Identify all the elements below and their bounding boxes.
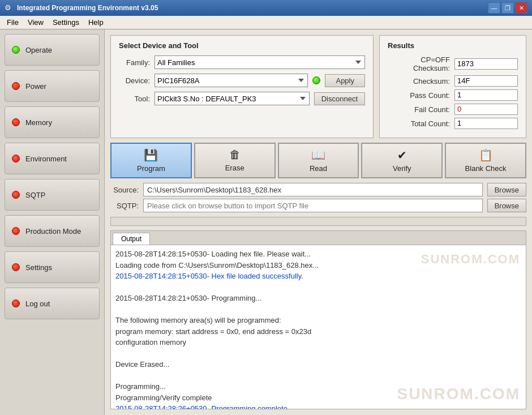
- app-title: Integrated Programming Environment v3.05: [17, 4, 488, 12]
- action-button-verify[interactable]: ✔Verify: [361, 143, 443, 178]
- window-controls: — ❐ ✕: [488, 2, 527, 14]
- output-tab[interactable]: Output: [113, 233, 150, 245]
- horizontal-scrollbar[interactable]: [110, 217, 526, 226]
- sidebar: OperatePowerMemoryEnvironmentSQTPProduct…: [0, 29, 105, 415]
- sidebar-label-settings: Settings: [25, 263, 52, 272]
- tool-select[interactable]: PICkit3 S.No : DEFAULT_PK3: [155, 92, 310, 105]
- sidebar-item-environment[interactable]: Environment: [5, 143, 100, 174]
- sidebar-label-log-out: Log out: [25, 300, 50, 308]
- family-label: Family:: [119, 58, 150, 67]
- sidebar-label-environment: Environment: [25, 155, 67, 163]
- sidebar-item-log-out[interactable]: Log out: [5, 288, 100, 319]
- app-icon: ⚙: [5, 3, 14, 12]
- output-line: [115, 348, 521, 360]
- results-rows: CP=OFF Checksum:1873Checksum:14FPass Cou…: [388, 55, 518, 129]
- source-input[interactable]: [143, 183, 483, 196]
- device-panel: Select Device and Tool Family: All Famil…: [110, 35, 374, 138]
- sqtp-label: SQTP:: [110, 202, 139, 210]
- result-label: CP=OFF Checksum:: [388, 55, 450, 72]
- menu-settings[interactable]: Settings: [48, 17, 84, 28]
- output-section: Output SUNROM.COM 2015-08-28T14:28:15+05…: [110, 230, 526, 409]
- result-row: Fail Count:0: [388, 104, 518, 115]
- menu-help[interactable]: Help: [84, 17, 108, 28]
- sidebar-dot-environment: [12, 155, 20, 162]
- output-line: Loading code from C:\Users\Sunrom\Deskto…: [115, 260, 521, 271]
- result-label: Checksum:: [388, 77, 450, 85]
- results-panel: Results CP=OFF Checksum:1873Checksum:14F…: [379, 35, 526, 138]
- sidebar-dot-log-out: [12, 300, 20, 307]
- device-label: Device:: [119, 76, 150, 85]
- action-icon-erase: 🗑: [229, 148, 241, 161]
- action-button-erase[interactable]: 🗑Erase: [194, 143, 276, 178]
- restore-button[interactable]: ❐: [501, 2, 514, 14]
- close-button[interactable]: ✕: [515, 2, 527, 14]
- output-line: Programming...: [115, 381, 521, 392]
- sidebar-label-power: Power: [25, 82, 46, 91]
- result-row: CP=OFF Checksum:1873: [388, 55, 518, 72]
- sidebar-dot-production-mode: [12, 227, 20, 235]
- output-line: The following memory area(s) will be pro…: [115, 315, 521, 326]
- minimize-button[interactable]: —: [488, 2, 500, 14]
- sidebar-label-memory: Memory: [25, 118, 52, 127]
- output-line: [115, 370, 521, 382]
- action-button-program[interactable]: 💾Program: [110, 143, 192, 178]
- sidebar-item-sqtp[interactable]: SQTP: [5, 179, 100, 211]
- content-area: Select Device and Tool Family: All Famil…: [105, 29, 532, 415]
- output-line: Programming/Verify complete: [115, 392, 521, 404]
- result-value: 1873: [454, 58, 518, 70]
- action-icon-verify: ✔: [397, 148, 407, 162]
- tool-row: Tool: PICkit3 S.No : DEFAULT_PK3 Disconn…: [119, 92, 365, 105]
- output-content: SUNROM.COM 2015-08-28T14:28:15+0530- Loa…: [111, 245, 526, 409]
- sidebar-dot-memory: [12, 118, 20, 126]
- sidebar-dot-power: [12, 82, 20, 90]
- sidebar-item-settings[interactable]: Settings: [5, 251, 100, 283]
- action-icon-program: 💾: [144, 148, 158, 162]
- disconnect-button[interactable]: Disconnect: [314, 92, 365, 105]
- device-select[interactable]: PIC16F628A: [155, 74, 308, 87]
- menu-bar: File View Settings Help: [0, 16, 532, 29]
- output-line: 2015-08-28T14:28:15+0530- Hex file loade…: [115, 271, 521, 282]
- sidebar-label-operate: Operate: [25, 46, 52, 54]
- sqtp-row: SQTP: Browse: [110, 199, 526, 212]
- tool-label: Tool:: [119, 95, 150, 103]
- device-panel-title: Select Device and Tool: [119, 41, 365, 50]
- source-row: Source: Browse: [110, 183, 526, 196]
- result-row: Total Count:1: [388, 118, 518, 129]
- sidebar-label-sqtp: SQTP: [25, 191, 45, 199]
- family-select[interactable]: All Families: [155, 55, 365, 69]
- result-row: Pass Count:1: [388, 89, 518, 101]
- sidebar-item-memory[interactable]: Memory: [5, 106, 100, 138]
- family-row: Family: All Families: [119, 55, 365, 69]
- sidebar-item-operate[interactable]: Operate: [5, 34, 100, 66]
- output-line: 2015-08-28T14:28:15+0530- Loading hex fi…: [115, 249, 521, 260]
- result-value: 1: [454, 89, 518, 101]
- output-line: 2015-08-28T14:28:26+0530- Programming co…: [115, 403, 521, 409]
- result-value: 1: [454, 118, 518, 129]
- sidebar-dot-operate: [12, 46, 20, 54]
- source-section: Source: Browse SQTP: Browse: [110, 183, 526, 212]
- action-button-blank-check[interactable]: 📋Blank Check: [445, 143, 526, 178]
- main-window: OperatePowerMemoryEnvironmentSQTPProduct…: [0, 29, 532, 415]
- output-line: 2015-08-28T14:28:21+0530- Programming...: [115, 293, 521, 304]
- result-label: Total Count:: [388, 119, 450, 128]
- action-label-program: Program: [137, 164, 165, 173]
- sidebar-dot-settings: [12, 263, 20, 271]
- action-button-read[interactable]: 📖Read: [278, 143, 359, 178]
- sqtp-browse-button[interactable]: Browse: [487, 199, 526, 212]
- output-line: program memory: start address = 0x0, end…: [115, 326, 521, 337]
- sidebar-item-power[interactable]: Power: [5, 70, 100, 102]
- apply-button[interactable]: Apply: [325, 74, 365, 87]
- sidebar-item-production-mode[interactable]: Production Mode: [5, 215, 100, 247]
- action-label-read: Read: [310, 164, 327, 173]
- top-section: Select Device and Tool Family: All Famil…: [110, 35, 526, 138]
- device-led: [312, 76, 320, 84]
- results-title: Results: [388, 41, 518, 50]
- result-label: Pass Count:: [388, 91, 450, 100]
- source-label: Source:: [110, 186, 139, 194]
- result-label: Fail Count:: [388, 105, 450, 114]
- menu-file[interactable]: File: [2, 17, 23, 28]
- sqtp-input[interactable]: [143, 199, 483, 212]
- source-browse-button[interactable]: Browse: [487, 183, 526, 196]
- output-line: [115, 282, 521, 293]
- menu-view[interactable]: View: [23, 17, 48, 28]
